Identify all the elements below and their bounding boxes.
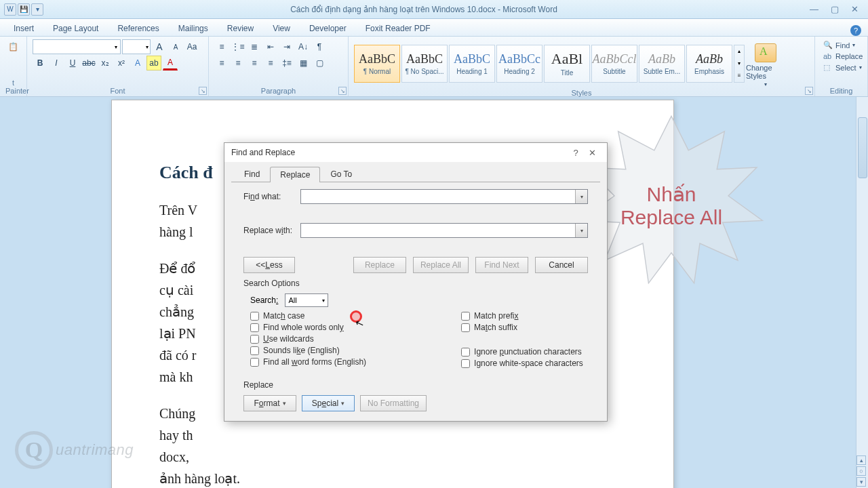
- italic-button[interactable]: I: [49, 56, 64, 70]
- font-name-combo[interactable]: ▾: [33, 39, 121, 54]
- search-direction-select[interactable]: All▾: [285, 293, 328, 307]
- editing-group-label: Editing: [821, 85, 862, 96]
- next-page-icon[interactable]: ▾: [856, 477, 866, 487]
- change-styles-button[interactable]: Change Styles ▾: [746, 39, 785, 87]
- maximize-icon[interactable]: ▢: [831, 4, 839, 14]
- scrollbar-thumb[interactable]: [858, 117, 867, 178]
- word-icon[interactable]: W: [4, 3, 16, 16]
- replace-dropdown-icon[interactable]: ▾: [575, 224, 587, 237]
- format-button[interactable]: Format: [243, 395, 296, 411]
- superscript-button[interactable]: x²: [114, 56, 129, 70]
- painter-label: t Painter: [5, 77, 21, 96]
- qat-dropdown-icon[interactable]: ▾: [31, 3, 43, 16]
- dialog-titlebar[interactable]: Find and Replace ? ✕: [224, 143, 607, 162]
- align-center-icon[interactable]: ≡: [231, 56, 245, 70]
- font-dialog-launcher-icon[interactable]: ↘: [199, 87, 207, 95]
- save-icon[interactable]: 💾: [18, 3, 30, 16]
- find-button[interactable]: 🔍Find▾: [821, 39, 858, 51]
- dialog-close-icon[interactable]: ✕: [584, 148, 600, 158]
- group-styles: AaBbC¶ Normal AaBbC¶ No Spaci... AaBbCHe…: [349, 37, 815, 96]
- style-heading-2[interactable]: AaBbCcHeading 2: [496, 45, 542, 83]
- font-color-icon[interactable]: A: [163, 56, 178, 70]
- special-button[interactable]: Special: [302, 395, 355, 411]
- decrease-indent-icon[interactable]: ⇤: [263, 39, 278, 54]
- text-effects-icon[interactable]: A: [130, 56, 145, 70]
- whole-words-checkbox[interactable]: Find whole words only: [250, 323, 366, 332]
- borders-icon[interactable]: ▢: [312, 56, 327, 70]
- font-group-label: Font: [33, 85, 203, 96]
- prev-page-icon[interactable]: ▴: [856, 455, 866, 465]
- tab-review[interactable]: Review: [218, 21, 263, 36]
- word-forms-checkbox[interactable]: Find all word forms (English): [250, 357, 366, 367]
- cancel-button[interactable]: Cancel: [535, 257, 588, 273]
- close-window-icon[interactable]: ✕: [851, 4, 859, 14]
- sort-icon[interactable]: A↓: [296, 39, 311, 54]
- tab-references[interactable]: References: [108, 21, 168, 36]
- tab-insert[interactable]: Insert: [4, 21, 43, 36]
- shading-icon[interactable]: ▦: [296, 56, 311, 70]
- vertical-scrollbar[interactable]: ▴ ○ ▾: [856, 97, 868, 488]
- tab-developer[interactable]: Developer: [300, 21, 356, 36]
- replace-with-input[interactable]: ▾: [300, 223, 588, 238]
- justify-icon[interactable]: ≡: [263, 56, 278, 70]
- help-icon[interactable]: ?: [850, 25, 861, 36]
- style-subtle-em[interactable]: AaBbSubtle Em...: [639, 45, 685, 83]
- less-button[interactable]: << Less: [243, 257, 295, 273]
- replace-with-label: Replace with:: [243, 226, 300, 235]
- match-suffix-checkbox[interactable]: Match suffix: [461, 323, 583, 332]
- grow-font-icon[interactable]: A: [152, 39, 167, 54]
- match-prefix-checkbox[interactable]: Match prefix: [461, 311, 583, 321]
- browse-object-icons[interactable]: ▴ ○ ▾: [855, 454, 867, 488]
- style-no-spacing[interactable]: AaBbC¶ No Spaci...: [401, 45, 448, 83]
- highlight-icon[interactable]: ab: [146, 56, 161, 70]
- dialog-tab-replace[interactable]: Replace: [270, 167, 320, 182]
- align-right-icon[interactable]: ≡: [247, 56, 262, 70]
- paste-icon[interactable]: 📋: [6, 39, 21, 54]
- strikethrough-button[interactable]: abc: [81, 56, 96, 70]
- style-subtitle[interactable]: AaBbCclSubtitle: [591, 45, 637, 83]
- replace-all-button[interactable]: Replace All: [413, 257, 469, 273]
- sounds-like-checkbox[interactable]: Sounds like (English): [250, 346, 366, 355]
- ignore-whitespace-checkbox[interactable]: Ignore white-space characters: [461, 359, 583, 368]
- find-next-button[interactable]: Find Next: [475, 257, 528, 273]
- line-spacing-icon[interactable]: ‡≡: [279, 56, 294, 70]
- replace-button[interactable]: abReplace: [821, 51, 865, 62]
- style-normal[interactable]: AaBbC¶ Normal: [354, 45, 400, 83]
- dialog-tab-goto[interactable]: Go To: [320, 166, 362, 182]
- style-emphasis[interactable]: AaBbEmphasis: [686, 45, 732, 83]
- shrink-font-icon[interactable]: A: [168, 39, 183, 54]
- align-left-icon[interactable]: ≡: [214, 56, 229, 70]
- increase-indent-icon[interactable]: ⇥: [279, 39, 294, 54]
- ignore-punctuation-checkbox[interactable]: Ignore punctuation characters: [461, 347, 583, 357]
- no-formatting-button[interactable]: No Formatting: [360, 395, 427, 411]
- tab-view[interactable]: View: [263, 21, 300, 36]
- styles-dialog-launcher-icon[interactable]: ↘: [805, 87, 813, 95]
- use-wildcards-checkbox[interactable]: Use wildcards: [250, 334, 366, 344]
- subscript-button[interactable]: x₂: [98, 56, 113, 70]
- select-button[interactable]: ⬚Select▾: [821, 62, 865, 73]
- dialog-help-icon[interactable]: ?: [568, 148, 584, 158]
- font-size-combo[interactable]: ▾: [122, 39, 151, 54]
- match-case-checkbox[interactable]: Match case: [250, 311, 366, 321]
- find-what-input[interactable]: ▾: [300, 189, 588, 204]
- show-marks-icon[interactable]: ¶: [312, 39, 327, 54]
- find-dropdown-icon[interactable]: ▾: [575, 190, 587, 203]
- numbering-icon[interactable]: ⋮≡: [231, 39, 245, 54]
- bold-button[interactable]: B: [33, 56, 47, 70]
- bullets-icon[interactable]: ≡: [214, 39, 229, 54]
- style-heading-1[interactable]: AaBbCHeading 1: [449, 45, 495, 83]
- style-title[interactable]: AaBlTitle: [544, 45, 590, 83]
- minimize-icon[interactable]: —: [810, 4, 818, 14]
- replace-button-dlg[interactable]: Replace: [353, 257, 406, 273]
- browse-icon[interactable]: ○: [856, 466, 866, 476]
- multilevel-icon[interactable]: ≣: [247, 39, 262, 54]
- styles-scroll[interactable]: ▴▾≡: [734, 45, 745, 83]
- tab-foxit[interactable]: Foxit Reader PDF: [356, 21, 440, 36]
- window-title: Cách đổi định dạng ảnh hàng loạt trên Wi…: [47, 5, 800, 14]
- tab-page-layout[interactable]: Page Layout: [43, 21, 108, 36]
- underline-button[interactable]: U: [65, 56, 80, 70]
- change-case-icon[interactable]: Aa: [184, 39, 199, 54]
- paragraph-dialog-launcher-icon[interactable]: ↘: [338, 87, 347, 95]
- tab-mailings[interactable]: Mailings: [169, 21, 218, 36]
- dialog-tab-find[interactable]: Find: [234, 166, 270, 182]
